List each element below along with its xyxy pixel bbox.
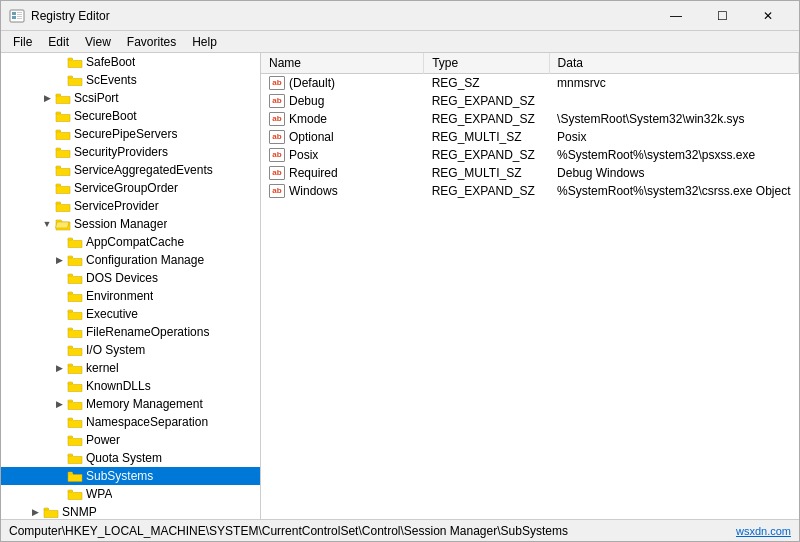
folder-icon-secureBoot <box>55 109 71 123</box>
table-body: ab(Default)REG_SZmnmsrvcabDebugREG_EXPAN… <box>261 73 799 200</box>
svg-rect-4 <box>17 14 22 15</box>
expand-btn-sessionManager[interactable]: ▼ <box>39 216 55 232</box>
menu-item-edit[interactable]: Edit <box>40 33 77 51</box>
tree-item-power[interactable]: Power <box>1 431 260 449</box>
folder-icon-namespaceSeparation <box>67 415 83 429</box>
tree-item-ioSystem[interactable]: I/O System <box>1 341 260 359</box>
tree-label-appCompatCache: AppCompatCache <box>86 235 184 249</box>
svg-rect-1 <box>12 12 16 15</box>
reg-value-icon: ab <box>269 166 285 180</box>
col-data[interactable]: Data <box>549 53 798 73</box>
col-type[interactable]: Type <box>424 53 549 73</box>
svg-rect-7 <box>68 58 73 60</box>
tree-label-memoryManagement: Memory Management <box>86 397 203 411</box>
svg-rect-8 <box>68 76 73 78</box>
menu-item-file[interactable]: File <box>5 33 40 51</box>
tree-label-serviceAggregatedEvents: ServiceAggregatedEvents <box>74 163 213 177</box>
table-row[interactable]: abDebugREG_EXPAND_SZ <box>261 92 799 110</box>
menu-item-favorites[interactable]: Favorites <box>119 33 184 51</box>
tree-item-scsiPort[interactable]: ▶ ScsiPort <box>1 89 260 107</box>
tree-item-securePipeServers[interactable]: SecurePipeServers <box>1 125 260 143</box>
title-bar-left: Registry Editor <box>9 8 110 24</box>
close-button[interactable]: ✕ <box>745 1 791 31</box>
detail-panel[interactable]: Name Type Data ab(Default)REG_SZmnmsrvca… <box>261 53 799 519</box>
tree-item-environment[interactable]: Environment <box>1 287 260 305</box>
table-row[interactable]: abRequiredREG_MULTI_SZDebug Windows <box>261 164 799 182</box>
svg-rect-3 <box>17 12 22 13</box>
reg-value-name: Windows <box>289 184 338 198</box>
tree-item-namespaceSeparation[interactable]: NamespaceSeparation <box>1 413 260 431</box>
folder-icon-scEvents <box>67 73 83 87</box>
folder-icon-quotaSystem <box>67 451 83 465</box>
svg-rect-16 <box>68 238 73 240</box>
svg-rect-21 <box>68 328 73 330</box>
content-area: SafeBoot ScEvents▶ ScsiPort SecureBoot S… <box>1 53 799 519</box>
registry-table: Name Type Data ab(Default)REG_SZmnmsrvca… <box>261 53 799 200</box>
tree-item-configurationManage[interactable]: ▶ Configuration Manage <box>1 251 260 269</box>
expand-btn-scsiPort[interactable]: ▶ <box>39 90 55 106</box>
status-path: Computer\HKEY_LOCAL_MACHINE\SYSTEM\Curre… <box>9 524 736 538</box>
menu-item-help[interactable]: Help <box>184 33 225 51</box>
folder-icon-environment <box>67 289 83 303</box>
tree-item-secureBoot[interactable]: SecureBoot <box>1 107 260 125</box>
folder-icon-snmp <box>43 505 59 519</box>
reg-value-data <box>549 92 798 110</box>
svg-rect-2 <box>12 16 16 19</box>
status-bar: Computer\HKEY_LOCAL_MACHINE\SYSTEM\Curre… <box>1 519 799 541</box>
menu-item-view[interactable]: View <box>77 33 119 51</box>
tree-item-snmp[interactable]: ▶ SNMP <box>1 503 260 519</box>
reg-value-icon: ab <box>269 148 285 162</box>
tree-label-securityProviders: SecurityProviders <box>74 145 168 159</box>
table-row[interactable]: abKmodeREG_EXPAND_SZ\SystemRoot\System32… <box>261 110 799 128</box>
reg-value-icon: ab <box>269 94 285 108</box>
folder-icon-securityProviders <box>55 145 71 159</box>
expand-btn-memoryManagement[interactable]: ▶ <box>51 396 67 412</box>
expand-btn-kernel[interactable]: ▶ <box>51 360 67 376</box>
folder-icon-safeBoot <box>67 55 83 69</box>
tree-item-safeBoot[interactable]: SafeBoot <box>1 53 260 71</box>
reg-value-name: Debug <box>289 94 324 108</box>
tree-item-serviceAggregatedEvents[interactable]: ServiceAggregatedEvents <box>1 161 260 179</box>
maximize-button[interactable]: ☐ <box>699 1 745 31</box>
tree-item-serviceGroupOrder[interactable]: ServiceGroupOrder <box>1 179 260 197</box>
folder-icon-fileRenameOperations <box>67 325 83 339</box>
table-row[interactable]: abPosixREG_EXPAND_SZ%SystemRoot%\system3… <box>261 146 799 164</box>
tree-item-quotaSystem[interactable]: Quota System <box>1 449 260 467</box>
tree-item-memoryManagement[interactable]: ▶ Memory Management <box>1 395 260 413</box>
reg-value-type: REG_EXPAND_SZ <box>424 182 549 200</box>
tree-panel[interactable]: SafeBoot ScEvents▶ ScsiPort SecureBoot S… <box>1 53 261 519</box>
svg-rect-14 <box>56 184 61 186</box>
tree-item-wpa[interactable]: WPA <box>1 485 260 503</box>
tree-item-dosDevices[interactable]: DOS Devices <box>1 269 260 287</box>
tree-item-scEvents[interactable]: ScEvents <box>1 71 260 89</box>
tree-item-knownDLLs[interactable]: KnownDLLs <box>1 377 260 395</box>
reg-value-data: \SystemRoot\System32\win32k.sys <box>549 110 798 128</box>
registry-editor-window: Registry Editor — ☐ ✕ FileEditViewFavori… <box>0 0 800 542</box>
status-link[interactable]: wsxdn.com <box>736 525 791 537</box>
reg-value-type: REG_EXPAND_SZ <box>424 92 549 110</box>
svg-rect-24 <box>68 382 73 384</box>
tree-label-sessionManager: Session Manager <box>74 217 167 231</box>
reg-value-type: REG_EXPAND_SZ <box>424 146 549 164</box>
tree-item-subSystems[interactable]: SubSystems <box>1 467 260 485</box>
expand-btn-snmp[interactable]: ▶ <box>27 504 43 519</box>
expand-btn-configurationManage[interactable]: ▶ <box>51 252 67 268</box>
table-row[interactable]: abOptionalREG_MULTI_SZPosix <box>261 128 799 146</box>
tree-item-sessionManager[interactable]: ▼ Session Manager <box>1 215 260 233</box>
minimize-button[interactable]: — <box>653 1 699 31</box>
tree-label-secureBoot: SecureBoot <box>74 109 137 123</box>
folder-icon-ioSystem <box>67 343 83 357</box>
col-name[interactable]: Name <box>261 53 424 73</box>
tree-item-kernel[interactable]: ▶ kernel <box>1 359 260 377</box>
tree-item-fileRenameOperations[interactable]: FileRenameOperations <box>1 323 260 341</box>
folder-icon-serviceProvider <box>55 199 71 213</box>
table-row[interactable]: abWindowsREG_EXPAND_SZ%SystemRoot%\syste… <box>261 182 799 200</box>
tree-item-executive[interactable]: Executive <box>1 305 260 323</box>
tree-item-serviceProvider[interactable]: ServiceProvider <box>1 197 260 215</box>
tree-label-safeBoot: SafeBoot <box>86 55 135 69</box>
tree-label-dosDevices: DOS Devices <box>86 271 158 285</box>
table-row[interactable]: ab(Default)REG_SZmnmsrvc <box>261 73 799 92</box>
tree-item-appCompatCache[interactable]: AppCompatCache <box>1 233 260 251</box>
tree-item-securityProviders[interactable]: SecurityProviders <box>1 143 260 161</box>
reg-value-type: REG_MULTI_SZ <box>424 164 549 182</box>
